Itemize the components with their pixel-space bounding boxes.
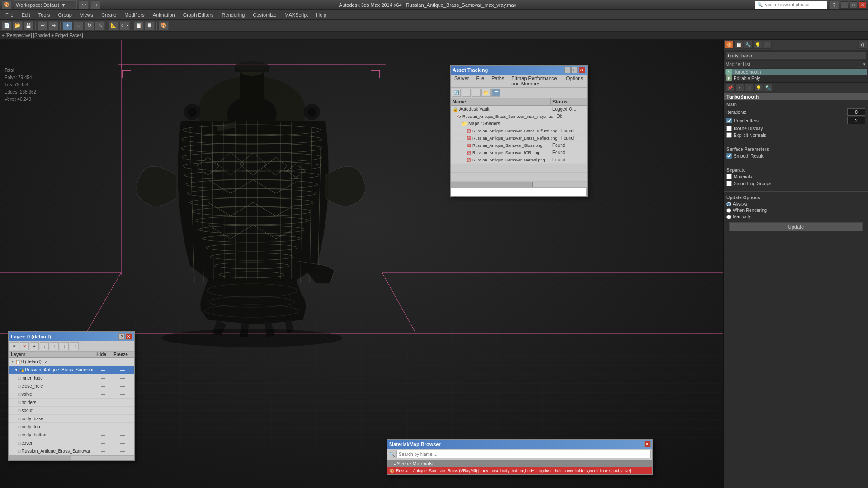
lp-scrollbar[interactable] [9,455,134,460]
menu-graph-editors[interactable]: Graph Editors [179,11,217,19]
lp-tool2[interactable]: ✕ [20,342,29,350]
menu-file[interactable]: File [2,11,17,19]
rp-btn2[interactable]: 📋 [734,41,743,49]
ts-iterations-input[interactable] [847,108,865,116]
lp-row-close-hole[interactable]: □ close_hole — — [9,382,134,390]
at-menu-paths[interactable]: Paths [488,75,508,87]
maximize-btn[interactable]: □ [850,1,857,9]
close-btn[interactable]: ✕ [859,1,866,9]
object-name-input[interactable] [726,52,866,60]
lp-row-cover[interactable]: □ cover — — [9,439,134,447]
new-btn[interactable]: 📄 [2,21,12,30]
redo-btn[interactable]: ↪ [90,0,100,9]
select-btn[interactable]: ✦ [62,21,72,30]
at-menu-options[interactable]: Options [562,75,587,87]
at-list-btn[interactable]: ☰ [491,89,500,97]
save-btn[interactable]: 💾 [24,21,33,30]
workspace-dropdown[interactable]: Workspace: Default ▼ [14,0,77,9]
ts-manually-radio[interactable] [726,215,731,219]
at-path-input[interactable] [451,187,587,196]
search-box[interactable]: 🔍 [755,1,827,9]
lp-tool3[interactable]: + [30,342,39,350]
menu-create[interactable]: Create [98,11,120,19]
lp-tool4[interactable]: ↓ [40,342,49,350]
rotate-btn[interactable]: ↻ [84,21,94,30]
ts-smoothing-groups-check[interactable] [726,181,732,186]
viewport-area[interactable]: Total Polys: 79,454 Tris: 79,454 Edges: … [0,40,723,488]
menu-customize[interactable]: Customize [249,11,280,19]
material-btn[interactable]: 🎨 [159,21,169,30]
ts-materials-check[interactable] [726,174,732,179]
at-refresh-btn[interactable]: 🔄 [452,89,461,97]
scale-btn[interactable]: ⤡ [95,21,105,30]
at-row-normal[interactable]: 🖼 Russian_Antique_Samovar_Normal.png Fou… [451,156,587,164]
at-menu-file[interactable]: File [472,75,488,87]
at-row-file[interactable]: 🎲 Russian_Antique_Brass_Samovar_max_vray… [451,113,587,120]
mod-light2[interactable]: 🔦 [764,84,773,92]
rp-btn3[interactable]: 🔧 [744,41,753,49]
menu-group[interactable]: Group [54,11,75,19]
at-menu-bitmap[interactable]: Bitmap Performance and Memory [508,75,562,87]
at-scrollbar[interactable] [451,182,587,187]
rp-btn4[interactable]: 💡 [753,41,762,49]
ts-when-rendering-radio[interactable] [726,208,731,213]
open-btn[interactable]: 📂 [13,21,23,30]
expand-icon-samovar[interactable]: ▼ [14,368,18,372]
modifier-editable-poly[interactable]: P Editable Poly [725,75,867,81]
ts-always-radio[interactable] [726,202,731,206]
rp-settings[interactable]: ⚙ [858,41,867,49]
help-btn[interactable]: ? [829,0,839,9]
undo-tool[interactable]: ↩ [38,21,47,30]
lp-row-samovar2[interactable]: □ Russian_Antique_Brass_Samovar — — [9,447,134,455]
rp-btn5[interactable]: 🎥 [763,41,772,49]
search-input[interactable] [763,2,821,7]
menu-rendering[interactable]: Rendering [218,11,249,19]
mb-material-entry[interactable]: 🎨 Russian_Antique_Samovar_Brass (VRayMtl… [387,467,652,474]
lp-row-0[interactable]: ▼ 📋 0 (default) ✓ — — [9,358,134,366]
lp-help[interactable]: ? [118,333,125,340]
at-row-diffuse[interactable]: 🖼 Russian_Antique_Samovar_Brass_Diffuse.… [451,127,587,135]
at-maximize[interactable]: □ [571,67,578,73]
menu-edit[interactable]: Edit [18,11,34,19]
lp-row-holders[interactable]: □ holders — — [9,399,134,407]
modifier-turbosmooth[interactable]: S TurboSmooth [725,69,867,75]
menu-views[interactable]: Views [76,11,97,19]
mod-down[interactable]: ↓ [745,84,754,92]
lp-row-body-top[interactable]: □ body_top — — [9,423,134,431]
lp-row-valve[interactable]: □ valve — — [9,390,134,399]
move-btn[interactable]: ↔ [73,21,83,30]
ts-isoline-check[interactable] [726,126,732,131]
at-minimize[interactable]: _ [564,67,571,73]
lp-tool1[interactable]: ≡ [10,342,19,350]
render-btn[interactable]: 🔲 [145,21,155,30]
ts-render-iters-check[interactable] [726,118,732,123]
snap-btn[interactable]: 📐 [109,21,119,30]
mb-search-input[interactable] [396,450,651,458]
ts-update-btn[interactable]: Update [729,222,863,231]
minimize-btn[interactable]: _ [841,1,848,9]
lp-row-body-base[interactable]: □ body_base — — [9,415,134,423]
mod-pin[interactable]: 📌 [726,84,735,92]
at-row-maps[interactable]: 📁 Maps / Shaders [451,120,587,127]
rp-btn1[interactable]: 🎨 [725,41,734,49]
at-path-btn[interactable]: 📁 [481,89,491,97]
redo-tool[interactable]: ↪ [48,21,58,30]
lp-row-spout[interactable]: □ spout — — [9,407,134,415]
ts-render-iters-input[interactable] [847,117,865,124]
lp-tool6[interactable]: ↕ [60,342,69,350]
collapse-icon-mb[interactable]: − [389,461,392,466]
mod-light1[interactable]: 💡 [754,84,763,92]
lp-row-samovar[interactable]: ▼ 🎭 Russian_Antique_Brass_Samovar — — [9,366,134,374]
menu-tools[interactable]: Tools [35,11,54,19]
lp-row-inner-tube[interactable]: □ inner_tube — — [9,374,134,382]
mb-close-btn[interactable]: ✕ [644,441,651,447]
at-row-reflect[interactable]: 🖼 Russian_Antique_Samovar_Brass_Reflect.… [451,135,587,142]
ts-explicit-normals-check[interactable] [726,132,732,138]
lp-row-body-bottom[interactable]: □ body_bottom — — [9,431,134,439]
lp-close[interactable]: ✕ [126,333,132,340]
at-add-btn[interactable]: + [462,89,471,97]
menu-help[interactable]: Help [312,11,330,19]
at-menu-server[interactable]: Server [451,75,472,87]
at-close[interactable]: ✕ [579,67,585,73]
at-remove-btn[interactable]: − [472,89,481,97]
